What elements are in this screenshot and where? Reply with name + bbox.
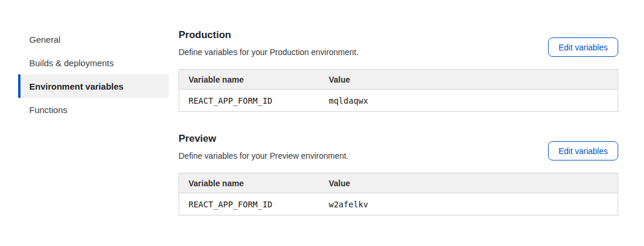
table-row: REACT_APP_FORM_ID mqldaqwx <box>179 90 618 112</box>
variable-value-cell: mqldaqwx <box>320 90 618 112</box>
column-header-variable-name: Variable name <box>179 70 320 90</box>
variable-name-cell: REACT_APP_FORM_ID <box>179 193 320 216</box>
sidebar-item-builds-deployments[interactable]: Builds & deployments <box>18 51 169 74</box>
column-header-value: Value <box>320 173 618 193</box>
sidebar-item-environment-variables[interactable]: Environment variables <box>18 74 169 98</box>
edit-variables-button[interactable]: Edit variables <box>548 37 618 57</box>
sidebar-item-general[interactable]: General <box>18 28 169 51</box>
settings-sidebar: General Builds & deployments Environment… <box>18 28 169 121</box>
variable-name-cell: REACT_APP_FORM_ID <box>179 90 320 112</box>
table-header-row: Variable name Value <box>179 173 618 193</box>
environment-variables-panel: Production Define variables for your Pro… <box>179 29 618 216</box>
sidebar-item-functions[interactable]: Functions <box>18 98 169 121</box>
sidebar-item-label: Builds & deployments <box>29 58 114 68</box>
variables-table: Variable name Value REACT_APP_FORM_ID w2… <box>179 173 618 216</box>
sidebar-item-label: General <box>29 35 60 45</box>
sidebar-item-label: Functions <box>29 105 67 115</box>
table-header-row: Variable name Value <box>179 70 618 90</box>
variable-value-cell: w2afelkv <box>320 193 618 216</box>
sidebar-item-label: Environment variables <box>29 81 124 91</box>
column-header-value: Value <box>320 70 618 90</box>
edit-variables-button[interactable]: Edit variables <box>548 141 618 160</box>
production-section: Production Define variables for your Pro… <box>179 29 618 112</box>
table-row: REACT_APP_FORM_ID w2afelkv <box>179 193 618 216</box>
column-header-variable-name: Variable name <box>179 173 320 193</box>
variables-table: Variable name Value REACT_APP_FORM_ID mq… <box>179 69 618 112</box>
preview-section: Preview Define variables for your Previe… <box>179 133 618 216</box>
